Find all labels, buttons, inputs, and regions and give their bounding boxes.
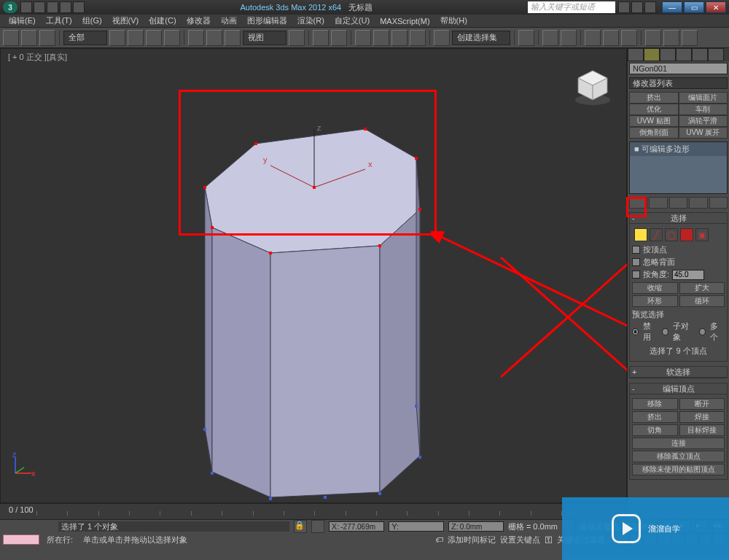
- menu-edit[interactable]: 编辑(E): [4, 15, 40, 26]
- subobj-element-icon[interactable]: ▣: [695, 228, 709, 241]
- rollout-editverts-header[interactable]: -编辑顶点: [630, 384, 727, 394]
- align-icon[interactable]: [542, 30, 558, 46]
- modifier-list-combo[interactable]: 修改器列表: [629, 77, 728, 89]
- tab-utilities-icon[interactable]: [708, 48, 724, 61]
- lock-selection-icon[interactable]: 🔒: [294, 520, 307, 533]
- subobj-polygon-icon[interactable]: [680, 228, 693, 241]
- object-name-input[interactable]: [630, 63, 729, 74]
- manip-icon[interactable]: [313, 30, 329, 46]
- btn-uvwunwrap[interactable]: UVW 展开: [679, 127, 728, 139]
- maximize-button[interactable]: ▭: [684, 1, 704, 13]
- favorites-icon[interactable]: [644, 1, 656, 13]
- rendersetup-icon[interactable]: [645, 30, 661, 46]
- bindspace-icon[interactable]: [39, 30, 55, 46]
- refcoord-combo[interactable]: 视图: [243, 31, 286, 45]
- stack-show-icon[interactable]: [649, 197, 667, 209]
- stack-item-editablepoly[interactable]: ■ 可编辑多边形: [630, 142, 727, 156]
- tab-create-icon[interactable]: [628, 48, 644, 61]
- btn-targetweld[interactable]: 目标焊接: [679, 424, 725, 436]
- btn-shrink[interactable]: 收缩: [632, 282, 678, 294]
- menu-grapheditors[interactable]: 图形编辑器: [243, 15, 292, 26]
- btn-weld[interactable]: 焊接: [679, 411, 725, 423]
- rb-preview-multi[interactable]: [699, 328, 706, 335]
- menu-create[interactable]: 创建(C): [144, 15, 180, 26]
- btn-editmesh[interactable]: 编辑面片: [679, 92, 728, 104]
- macro-rec-indicator[interactable]: [3, 534, 39, 545]
- timetag-icon[interactable]: 🏷: [435, 535, 443, 544]
- subobj-border-icon[interactable]: ◯: [665, 228, 678, 241]
- select-name-icon[interactable]: [128, 30, 144, 46]
- link-icon[interactable]: [3, 30, 19, 46]
- spinnersnap-icon[interactable]: [410, 30, 426, 46]
- percentsnap-icon[interactable]: [391, 30, 408, 46]
- keymode-icon[interactable]: [331, 30, 347, 46]
- pivot-icon[interactable]: [289, 30, 305, 46]
- coord-x-input[interactable]: [340, 523, 381, 531]
- help-icon[interactable]: [618, 1, 630, 13]
- tab-hierarchy-icon[interactable]: [660, 48, 676, 61]
- curveeditor-icon[interactable]: [585, 30, 601, 46]
- editnamed-icon[interactable]: [434, 30, 450, 46]
- menu-help[interactable]: 帮助(H): [436, 15, 472, 26]
- menu-tools[interactable]: 工具(T): [42, 15, 77, 26]
- subobj-edge-icon[interactable]: ╱: [650, 228, 663, 241]
- qat-open-icon[interactable]: [34, 1, 45, 13]
- modifier-stack[interactable]: ■ 可编辑多边形: [629, 141, 728, 194]
- coord-z-input[interactable]: [460, 523, 501, 531]
- btn-turbosmooth[interactable]: 涡轮平滑: [679, 115, 728, 127]
- coord-y-input[interactable]: [400, 523, 441, 531]
- subobj-vertex-icon[interactable]: ∴: [634, 228, 647, 241]
- window-crossing-icon[interactable]: [164, 30, 180, 46]
- btn-optimize[interactable]: 优化: [629, 104, 679, 115]
- qat-undo-icon[interactable]: [60, 1, 71, 13]
- stack-config-icon[interactable]: [709, 197, 728, 209]
- stack-remove-icon[interactable]: [689, 197, 707, 209]
- chk-byangle[interactable]: [632, 271, 640, 279]
- chk-ignoreback[interactable]: [632, 258, 640, 266]
- rb-preview-subobj[interactable]: [662, 328, 668, 335]
- qat-redo-icon[interactable]: [73, 1, 85, 13]
- layers-icon[interactable]: [561, 30, 577, 46]
- schematic-icon[interactable]: [603, 30, 619, 46]
- menu-modifiers[interactable]: 修改器: [182, 15, 215, 26]
- chk-byvertex[interactable]: [632, 246, 640, 254]
- menu-views[interactable]: 视图(V): [108, 15, 144, 26]
- unlink-icon[interactable]: [21, 30, 37, 46]
- qat-new-icon[interactable]: [20, 1, 32, 13]
- menu-group[interactable]: 组(G): [78, 15, 106, 26]
- snap-icon[interactable]: [355, 30, 371, 46]
- btn-removeunused[interactable]: 移除未使用的贴图顶点: [632, 464, 725, 475]
- btn-break[interactable]: 断开: [679, 398, 725, 410]
- rotate-icon[interactable]: [206, 30, 222, 46]
- select-icon[interactable]: [109, 30, 125, 46]
- tab-modify-icon[interactable]: [644, 48, 660, 61]
- qat-save-icon[interactable]: [47, 1, 58, 13]
- app-icon[interactable]: 3: [3, 1, 17, 13]
- menu-customize[interactable]: 自定义(U): [330, 15, 374, 26]
- btn-loop[interactable]: 循环: [679, 295, 725, 307]
- transform-typein-icon[interactable]: [311, 520, 324, 533]
- btn-uvwmap[interactable]: UVW 贴图: [629, 115, 679, 127]
- btn-ring[interactable]: 环形: [632, 295, 678, 307]
- signin-icon[interactable]: [631, 1, 643, 13]
- minimize-button[interactable]: —: [662, 1, 682, 13]
- scale-icon[interactable]: [225, 30, 241, 46]
- tab-display-icon[interactable]: [692, 48, 708, 61]
- close-button[interactable]: ✕: [706, 1, 726, 13]
- renderframe-icon[interactable]: [663, 30, 679, 46]
- viewport-label[interactable]: [ + 0 正交 ][真实]: [8, 52, 67, 63]
- viewport[interactable]: [ + 0 正交 ][真实]: [0, 48, 627, 503]
- viewcube[interactable]: [572, 66, 613, 107]
- rollout-softsel-header[interactable]: +软选择: [630, 367, 727, 378]
- btn-connect[interactable]: 连接: [632, 438, 725, 449]
- timeline[interactable]: 0 / 100: [0, 503, 627, 519]
- btn-lathe[interactable]: 车削: [679, 104, 728, 115]
- spin-angle[interactable]: [672, 270, 704, 280]
- selection-filter-combo[interactable]: 全部: [63, 31, 107, 45]
- menu-animation[interactable]: 动画: [217, 15, 241, 26]
- named-selset-combo[interactable]: 创建选择集: [452, 31, 510, 45]
- add-timetag-button[interactable]: 添加时间标记: [448, 534, 496, 545]
- btn-vchamfer[interactable]: 切角: [632, 424, 678, 436]
- rb-preview-off[interactable]: [632, 328, 639, 335]
- render-icon[interactable]: [682, 30, 698, 46]
